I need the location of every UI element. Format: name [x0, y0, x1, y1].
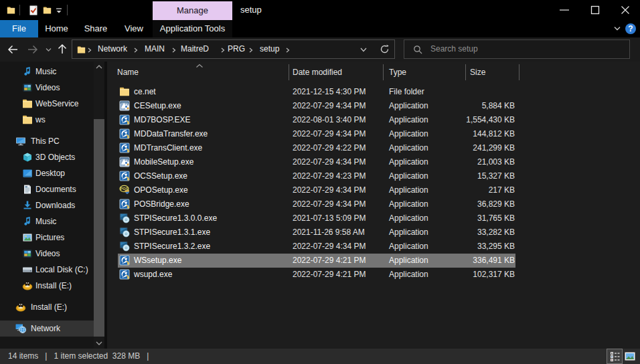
svg-text:?: ? [628, 24, 633, 33]
